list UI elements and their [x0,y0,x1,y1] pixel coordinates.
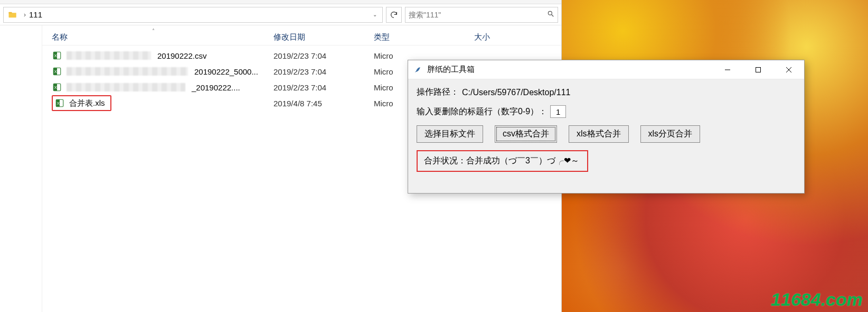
maximize-button[interactable] [743,60,773,79]
column-header-name[interactable]: 名称 ˄ [52,32,273,42]
column-headers: 名称 ˄ 修改日期 类型 大小 [42,30,561,45]
svg-text:X: X [54,53,57,58]
button-row: 选择目标文件 csv格式合并 xls格式合并 xls分页合并 [417,125,796,143]
feather-icon [413,66,422,74]
close-button[interactable] [773,60,804,79]
header-rows-label: 输入要删除的标题行（数字0-9）： [417,106,547,117]
header-rows-input[interactable] [550,105,566,118]
svg-line-1 [552,15,554,17]
filename-suffix: _20190222.... [192,83,240,92]
xls-page-merge-button[interactable]: xls分页合并 [640,125,701,143]
address-bar[interactable]: › 111 ⌄ [3,7,383,23]
folder-icon [7,9,18,21]
address-row: › 111 ⌄ [0,4,561,25]
xls-merge-button[interactable]: xls格式合并 [569,125,629,143]
tool-titlebar[interactable]: 胖纸的工具箱 [408,60,804,79]
merge-status-box: 合并状况：合并成功（づ￣3￣）づ╭❤～ [417,150,588,172]
file-date: 2019/2/23 7:04 [273,67,374,76]
svg-rect-16 [756,67,761,72]
breadcrumb-folder[interactable]: 111 [29,10,42,19]
path-line: 操作路径： C:/Users/59767/Desktop/111 [417,87,796,98]
column-header-date[interactable]: 修改日期 [273,32,374,42]
file-date: 2019/2/23 7:04 [273,51,374,60]
column-header-size[interactable]: 大小 [474,32,537,42]
sort-indicator-icon: ˄ [152,28,155,34]
path-value: C:/Users/59767/Desktop/111 [462,88,570,97]
filename-suffix: 20190222.csv [157,51,206,60]
spreadsheet-icon: X [52,50,62,61]
svg-point-0 [548,11,552,15]
highlighted-file: X 合并表.xls [52,95,111,111]
svg-text:X: X [57,101,60,106]
spreadsheet-icon: X [54,98,65,108]
spreadsheet-icon: X [52,66,62,77]
file-date: 2019/2/23 7:04 [273,83,374,92]
search-icon[interactable] [547,10,554,19]
redacted-filename [67,51,151,60]
chevron-right-icon: › [24,11,26,19]
select-files-button[interactable]: 选择目标文件 [417,125,483,143]
refresh-button[interactable] [386,7,402,23]
window-controls [712,60,804,79]
merge-status-value: 合并成功（づ￣3￣）づ╭❤～ [466,156,579,165]
filename-suffix: 20190222_5000... [194,67,258,76]
header-rows-line: 输入要删除的标题行（数字0-9）： [417,105,796,118]
search-input[interactable] [409,11,547,19]
merge-status-label: 合并状况： [424,156,466,165]
ribbon-strip [0,0,561,4]
file-date: 2019/4/8 7:45 [273,99,374,108]
file-type: Micro [374,51,474,60]
tool-title: 胖纸的工具箱 [427,65,475,75]
svg-text:X: X [54,69,57,74]
filename: 合并表.xls [69,98,105,108]
svg-text:X: X [54,85,57,90]
tool-body: 操作路径： C:/Users/59767/Desktop/111 输入要删除的标… [408,79,804,179]
spreadsheet-icon: X [52,82,62,93]
address-dropdown-icon[interactable]: ⌄ [369,12,381,17]
csv-merge-button[interactable]: csv格式合并 [495,125,557,143]
path-label: 操作路径： [417,87,459,98]
tool-window: 胖纸的工具箱 操作路径： C:/Users/59767/Desktop/111 … [408,60,805,194]
redacted-filename [67,83,185,91]
minimize-button[interactable] [712,60,743,79]
search-bar[interactable] [405,7,558,23]
watermark: 11684.com [771,289,863,310]
column-header-type[interactable]: 类型 [374,32,474,42]
column-header-name-label: 名称 [52,32,68,41]
navigation-pane[interactable] [0,25,42,312]
redacted-filename [67,67,188,76]
